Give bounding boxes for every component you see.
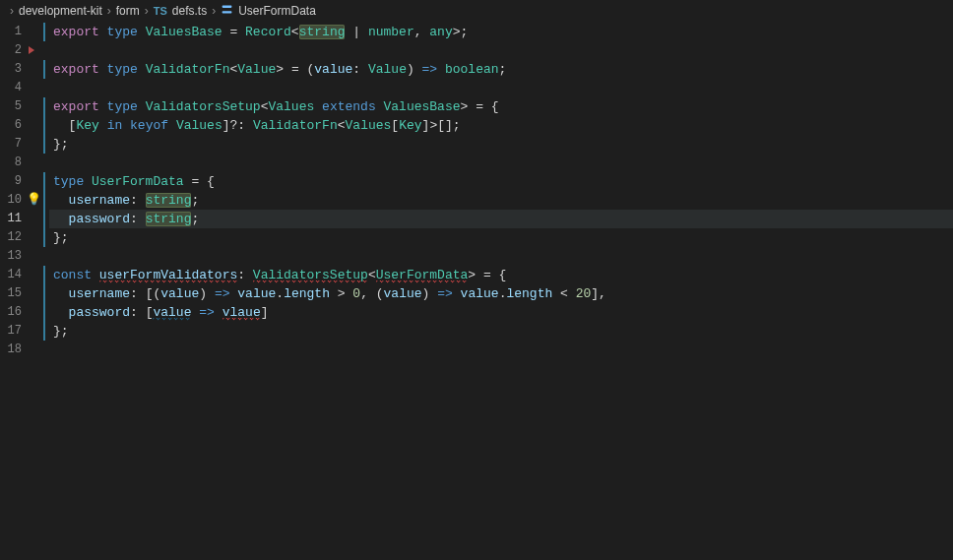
line-number: 16 [0, 303, 26, 322]
breadcrumb: › development-kit › form › TS defs.ts › … [0, 0, 953, 22]
code-line[interactable] [49, 154, 953, 172]
code-line[interactable]: type UserFormData = { [49, 172, 953, 191]
line-number: 5 [0, 97, 26, 116]
line-number: 7 [0, 135, 26, 154]
code-line[interactable]: export type ValuesBase = Record<string |… [49, 23, 953, 41]
line-number: 2 [0, 41, 26, 60]
code-line[interactable]: username: string; [49, 191, 953, 210]
line-number: 1 [0, 23, 26, 41]
code-line[interactable]: }; [49, 322, 953, 341]
code-editor[interactable]: 123456789101112131415161718 💡 export typ… [0, 22, 953, 560]
code-line[interactable]: const userFormValidators: ValidatorsSetu… [49, 266, 953, 284]
code-line[interactable]: }; [49, 228, 953, 247]
line-number: 12 [0, 228, 26, 247]
error-glyph-icon [29, 46, 34, 54]
line-number: 14 [0, 266, 26, 284]
breadcrumb-item[interactable]: development-kit [19, 4, 102, 18]
line-number: 17 [0, 322, 26, 341]
svg-rect-1 [222, 11, 232, 13]
line-number: 9 [0, 172, 26, 191]
code-line[interactable]: export type ValidatorsSetup<Values exten… [49, 97, 953, 116]
line-number: 10 [0, 191, 26, 210]
chevron-right-icon: › [210, 4, 218, 18]
chevron-right-icon: › [105, 4, 113, 18]
breadcrumb-item[interactable]: defs.ts [172, 4, 207, 18]
interface-icon [221, 3, 233, 19]
glyph-margin: 💡 [26, 22, 43, 560]
line-number: 3 [0, 60, 26, 79]
line-number: 8 [0, 154, 26, 172]
line-number: 6 [0, 116, 26, 135]
code-line[interactable]: username: [(value) => value.length > 0, … [49, 284, 953, 303]
breadcrumb-item[interactable]: UserFormData [238, 4, 316, 18]
typescript-file-icon: TS [154, 5, 167, 17]
lightbulb-icon[interactable]: 💡 [27, 193, 41, 207]
code-line[interactable] [49, 79, 953, 97]
chevron-right-icon: › [143, 4, 151, 18]
code-line[interactable] [49, 247, 953, 266]
breadcrumb-item[interactable]: form [116, 4, 140, 18]
chevron-right-icon: › [8, 4, 16, 18]
code-line[interactable]: password: string; [49, 210, 953, 228]
code-line[interactable]: export type ValidatorFn<Value> = (value:… [49, 60, 953, 79]
line-number: 18 [0, 341, 26, 359]
line-number: 11 [0, 210, 26, 228]
code-line[interactable]: [Key in keyof Values]?: ValidatorFn<Valu… [49, 116, 953, 135]
code-content[interactable]: export type ValuesBase = Record<string |… [49, 22, 953, 560]
code-line[interactable] [49, 41, 953, 60]
code-line[interactable]: password: [value => vlaue] [49, 303, 953, 322]
line-number: 4 [0, 79, 26, 97]
line-number-gutter: 123456789101112131415161718 [0, 22, 26, 560]
code-line[interactable] [49, 341, 953, 359]
code-line[interactable]: }; [49, 135, 953, 154]
line-number: 15 [0, 284, 26, 303]
svg-rect-0 [222, 5, 232, 7]
line-number: 13 [0, 247, 26, 266]
